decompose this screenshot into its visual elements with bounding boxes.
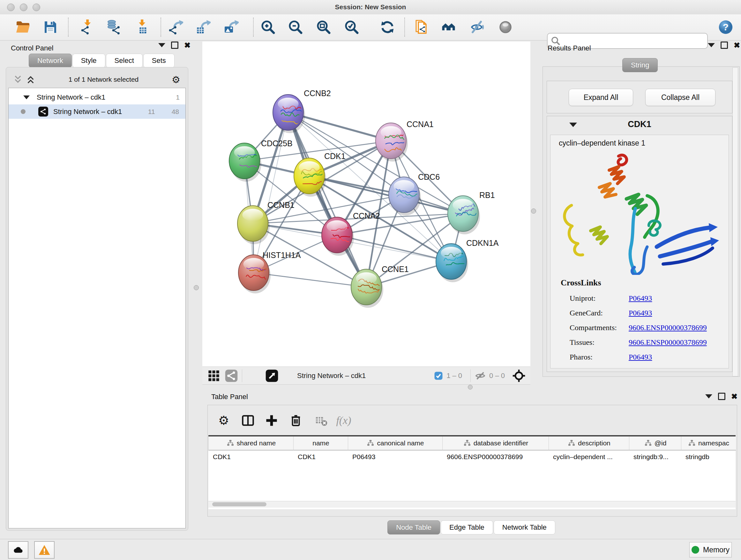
warnings-button[interactable] (34, 541, 55, 559)
open-session-button[interactable] (15, 19, 31, 36)
fit-crosshair-icon[interactable] (512, 369, 526, 383)
string-show-hide-button[interactable] (469, 19, 486, 36)
crosslink-value-link[interactable]: P06493 (629, 309, 652, 317)
tree-expand-icon[interactable] (23, 96, 30, 99)
tab-node-table[interactable]: Node Table (387, 520, 440, 535)
delete-column-button[interactable] (287, 412, 304, 429)
column-type-icon (688, 439, 696, 447)
left-splitter-handle[interactable] (194, 285, 199, 290)
network-collection-label: String Network – cdk1 (37, 93, 176, 102)
network-row-selected[interactable]: String Network – cdk1 11 48 (9, 105, 185, 119)
memory-button[interactable]: Memory (689, 542, 732, 557)
column-header-shared-name[interactable]: shared name (208, 436, 293, 450)
column-header-name[interactable]: name (293, 436, 348, 450)
tab-network[interactable]: Network (29, 54, 72, 68)
network-edge-count: 48 (172, 108, 179, 116)
panel-float-icon[interactable] (171, 42, 179, 49)
collapse-all-button[interactable]: Collapse All (645, 89, 716, 106)
node-cdkn1a[interactable] (436, 244, 470, 282)
expand-all-button[interactable]: Expand All (569, 89, 633, 106)
zoom-out-button[interactable] (287, 19, 304, 36)
delete-table-button[interactable] (313, 412, 330, 429)
tab-sets[interactable]: Sets (143, 54, 175, 68)
network-collection-row[interactable]: String Network – cdk1 1 (9, 90, 185, 105)
string-glass-button[interactable] (497, 19, 514, 36)
refresh-network-button[interactable] (379, 19, 396, 36)
zoom-in-button[interactable] (260, 19, 276, 36)
crosslink-value-link[interactable]: 9606.ENSP00000378699 (629, 323, 707, 332)
zoom-selected-button[interactable] (343, 19, 360, 36)
tab-string[interactable]: String (622, 58, 658, 72)
node-ccna1[interactable] (376, 123, 413, 162)
results-panel-controls: ✖ (708, 42, 740, 49)
node-hist1h1a[interactable] (239, 255, 271, 294)
node-cdc25b[interactable] (229, 143, 261, 182)
table-options-gear-icon[interactable]: ⚙ (215, 412, 232, 429)
add-column-button[interactable] (263, 412, 280, 429)
right-splitter-handle[interactable] (531, 208, 536, 213)
node-cdc6[interactable] (389, 177, 424, 215)
column-header-namespac[interactable]: namespac (681, 436, 736, 450)
scrollbar-thumb[interactable] (212, 502, 266, 506)
string-import-button[interactable] (413, 19, 430, 36)
panel-close-icon[interactable]: ✖ (184, 43, 191, 48)
column-header-database-identifier[interactable]: database identifier (442, 436, 549, 450)
node-ccnb1[interactable] (238, 206, 270, 244)
panel-close-icon[interactable]: ✖ (734, 43, 740, 48)
birds-eye-view-icon[interactable] (265, 369, 279, 382)
crosslinks-title: CrossLinks (561, 278, 601, 288)
crosslink-value-link[interactable]: 9606.ENSP00000378699 (629, 338, 707, 347)
column-header-canonical-name[interactable]: canonical name (348, 436, 443, 450)
node-rb1[interactable] (448, 196, 481, 234)
node-label: CCNB1 (267, 200, 294, 209)
tab-network-table[interactable]: Network Table (494, 520, 555, 535)
selected-checkbox-icon[interactable] (434, 371, 443, 381)
tab-select[interactable]: Select (106, 54, 143, 68)
tab-edge-table[interactable]: Edge Table (441, 520, 493, 535)
protein-structure-image (553, 152, 726, 275)
grid-view-icon[interactable] (207, 369, 220, 382)
column-header-label: canonical name (377, 439, 424, 447)
cloud-button[interactable] (8, 541, 28, 559)
window-title: Session: New Session (0, 3, 741, 11)
node-ccne1[interactable] (351, 269, 383, 308)
gene-name: CDK1 (547, 119, 732, 129)
help-button[interactable]: ? (718, 19, 734, 36)
node-cdk1[interactable] (294, 158, 331, 197)
collapse-all-icon[interactable] (13, 75, 23, 84)
crosslink-value-link[interactable]: P06493 (629, 294, 652, 303)
memory-status-dot (691, 546, 699, 554)
string-home-button[interactable] (441, 19, 458, 36)
column-type-icon (463, 439, 471, 447)
panel-minimize-icon[interactable] (158, 43, 165, 47)
save-session-button[interactable] (42, 19, 59, 36)
import-network-from-file-button[interactable] (78, 19, 95, 36)
function-builder-button[interactable]: f(x) (335, 412, 352, 429)
node-ccnb2[interactable] (273, 95, 305, 133)
collection-count: 1 (176, 94, 180, 101)
export-network-button[interactable] (167, 19, 184, 36)
network-options-gear-icon[interactable]: ⚙ (172, 74, 180, 85)
panel-float-icon[interactable] (718, 393, 725, 400)
column-header-@id[interactable]: @id (629, 436, 681, 450)
tab-style[interactable]: Style (72, 54, 105, 68)
export-image-button[interactable] (223, 19, 239, 36)
network-canvas[interactable]: CCNB2CCNA1CDC25BCDK1CDC6RB1CCNB1CCNA2CDK… (202, 42, 530, 367)
results-scrollbar[interactable] (732, 67, 738, 376)
panel-minimize-icon[interactable] (705, 394, 712, 398)
crosslink-value-link[interactable]: P06493 (629, 353, 652, 361)
import-network-from-database-button[interactable] (105, 19, 122, 36)
network-graph[interactable]: CCNB2CCNA1CDC25BCDK1CDC6RB1CCNB1CCNA2CDK… (202, 42, 530, 367)
network-view-icon[interactable] (225, 369, 238, 382)
show-columns-button[interactable] (240, 412, 256, 429)
bottom-splitter-handle[interactable] (468, 385, 473, 389)
column-header-description[interactable]: description (549, 436, 629, 450)
panel-close-icon[interactable]: ✖ (731, 394, 738, 399)
zoom-fit-button[interactable] (315, 19, 332, 36)
panel-float-icon[interactable] (721, 42, 728, 49)
export-table-button[interactable] (195, 19, 211, 36)
expand-all-icon[interactable] (26, 75, 36, 84)
panel-minimize-icon[interactable] (708, 43, 715, 47)
import-table-from-file-button[interactable] (133, 19, 150, 36)
export-table-icon (195, 19, 211, 35)
